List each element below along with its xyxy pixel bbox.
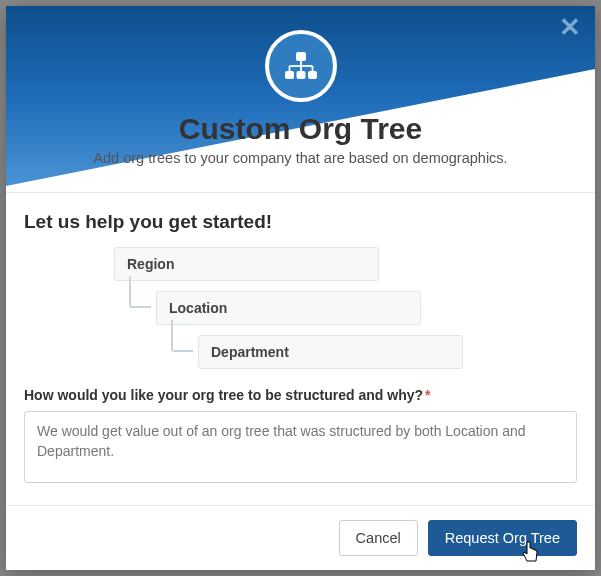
cancel-button[interactable]: Cancel	[339, 520, 418, 556]
tree-node-location: Location	[156, 291, 421, 325]
tree-node-label: Department	[211, 344, 289, 360]
tree-node-region: Region	[114, 247, 379, 281]
org-tree-icon	[265, 30, 337, 102]
connector-line	[171, 320, 193, 352]
svg-rect-0	[296, 52, 306, 61]
custom-org-tree-modal: ✕ Custom Org Tree Add org trees to your …	[6, 6, 595, 570]
get-started-heading: Let us help you get started!	[24, 211, 577, 233]
modal-footer: Cancel Request Org Tree	[6, 505, 595, 570]
svg-rect-1	[285, 71, 294, 79]
modal-title: Custom Org Tree	[6, 112, 595, 146]
connector-line	[129, 276, 151, 308]
required-asterisk: *	[425, 387, 430, 403]
close-icon[interactable]: ✕	[559, 14, 581, 40]
tree-node-label: Location	[169, 300, 227, 316]
structure-question-label: How would you like your org tree to be s…	[24, 387, 577, 403]
modal-body: Let us help you get started! Region Loca…	[6, 192, 595, 505]
question-text: How would you like your org tree to be s…	[24, 387, 423, 403]
structure-textarea[interactable]	[24, 411, 577, 483]
example-tree-diagram: Region Location Department	[114, 247, 577, 369]
modal-header: ✕ Custom Org Tree Add org trees to your …	[6, 6, 595, 186]
modal-subtitle: Add org trees to your company that are b…	[6, 150, 595, 166]
svg-rect-3	[308, 71, 317, 79]
request-org-tree-button[interactable]: Request Org Tree	[428, 520, 577, 556]
svg-rect-2	[296, 71, 305, 79]
tree-node-department: Department	[198, 335, 463, 369]
